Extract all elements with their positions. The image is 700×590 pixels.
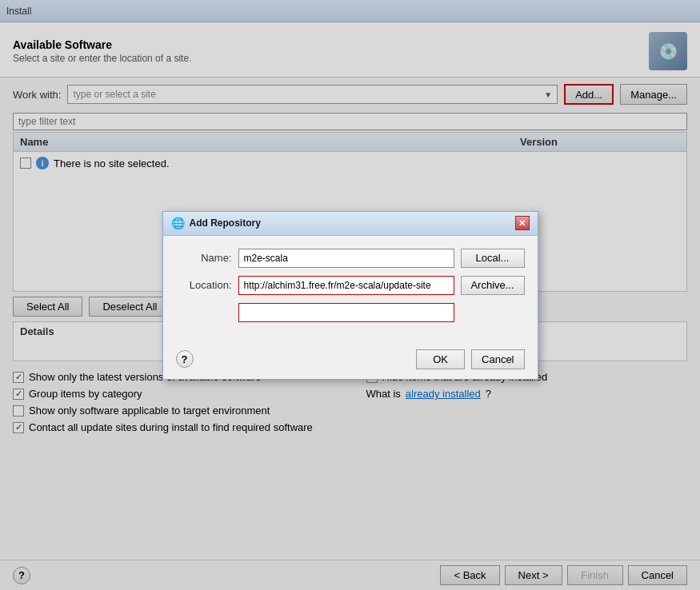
modal-overlay: 🌐 Add Repository ✕ Name: Local... Locati… xyxy=(0,0,700,590)
error-highlight xyxy=(238,303,454,322)
modal-body: Name: Local... Location: Archive... xyxy=(163,236,538,343)
modal-cancel-button[interactable]: Cancel xyxy=(471,349,524,369)
name-label: Name: xyxy=(176,252,232,264)
archive-button[interactable]: Archive... xyxy=(461,276,525,295)
modal-title-left: 🌐 Add Repository xyxy=(171,217,261,229)
add-repository-dialog: 🌐 Add Repository ✕ Name: Local... Locati… xyxy=(162,211,538,380)
empty-error-row xyxy=(176,303,525,322)
modal-footer: ? OK Cancel xyxy=(163,343,538,379)
modal-repo-icon: 🌐 xyxy=(171,217,185,229)
modal-close-button[interactable]: ✕ xyxy=(515,216,530,230)
location-row: Location: Archive... xyxy=(176,276,525,295)
modal-title: Add Repository xyxy=(190,217,261,229)
local-button[interactable]: Local... xyxy=(461,249,525,268)
modal-title-bar: 🌐 Add Repository ✕ xyxy=(163,212,538,236)
location-label: Location: xyxy=(176,279,232,291)
modal-footer-right: OK Cancel xyxy=(416,349,524,369)
name-row: Name: Local... xyxy=(176,249,525,268)
ok-button[interactable]: OK xyxy=(416,349,465,369)
location-input[interactable] xyxy=(238,276,454,295)
name-input[interactable] xyxy=(238,249,454,268)
modal-help-button[interactable]: ? xyxy=(176,350,194,368)
